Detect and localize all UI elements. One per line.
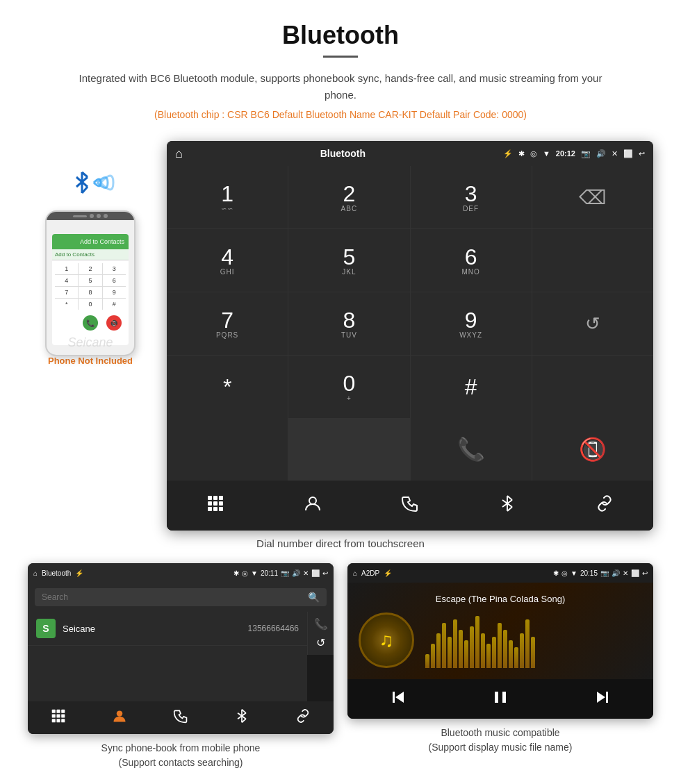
status-time: 20:12 bbox=[556, 149, 575, 158]
pb-contact-avatar: S bbox=[36, 619, 56, 638]
dial-call-green-btn[interactable]: 📞 bbox=[411, 418, 532, 481]
toolbar-dialpad-btn[interactable] bbox=[197, 489, 234, 522]
svg-rect-2 bbox=[213, 496, 218, 500]
pb-contact-number: 13566664466 bbox=[248, 624, 299, 633]
home-icon[interactable]: ⌂ bbox=[175, 147, 183, 161]
dial-key-hash[interactable]: # bbox=[411, 356, 532, 418]
pb-x-icon[interactable]: ✕ bbox=[303, 569, 309, 577]
window-icon[interactable]: ⬜ bbox=[623, 149, 633, 158]
pb-toolbar-phone-btn[interactable] bbox=[173, 708, 188, 727]
camera-icon[interactable]: 📷 bbox=[581, 149, 591, 158]
toolbar-bluetooth-btn[interactable] bbox=[489, 489, 526, 522]
dial-key-6[interactable]: 6 MNO bbox=[411, 229, 532, 292]
dial-key-1[interactable]: 1 ∽∽ bbox=[167, 166, 288, 228]
pb-status-bar: ⌂ Bluetooth ⚡ ✱ ◎ ▼ 20:11 📷 🔊 ✕ ⬜ ↩ bbox=[28, 563, 334, 583]
music-loc-icon: ◎ bbox=[561, 569, 568, 577]
bluetooth-specs: (Bluetooth chip : CSR BC6 Default Blueto… bbox=[14, 109, 667, 120]
music-bar bbox=[509, 640, 513, 668]
dial-empty-call-1 bbox=[167, 418, 288, 481]
pb-home-icon[interactable]: ⌂ bbox=[33, 569, 38, 577]
music-cam-icon[interactable]: 📷 bbox=[600, 569, 609, 577]
music-play-pause-btn[interactable] bbox=[491, 687, 510, 710]
svg-marker-27 bbox=[597, 692, 605, 703]
music-bar bbox=[464, 640, 468, 668]
pb-win-icon[interactable]: ⬜ bbox=[311, 569, 320, 577]
music-next-btn[interactable] bbox=[593, 687, 612, 710]
music-bar bbox=[531, 637, 535, 668]
signal-icon: ▼ bbox=[543, 149, 550, 158]
dial-key-backspace[interactable]: ⌫ bbox=[532, 166, 653, 228]
music-bar bbox=[442, 623, 446, 668]
pb-right-phone-icon[interactable]: 📞 bbox=[314, 617, 328, 631]
pb-status-right: ✱ ◎ ▼ 20:11 📷 🔊 ✕ ⬜ ↩ bbox=[233, 569, 328, 577]
phone-screen-bar-label: Add to Contacts bbox=[80, 238, 124, 245]
music-vol-icon[interactable]: 🔊 bbox=[612, 569, 620, 577]
svg-rect-24 bbox=[393, 692, 395, 703]
dial-key-7[interactable]: 7 PQRS bbox=[167, 292, 288, 355]
close-icon[interactable]: ✕ bbox=[612, 149, 618, 158]
music-bt-icon: ✱ bbox=[553, 569, 559, 577]
music-prev-btn[interactable] bbox=[388, 687, 408, 710]
volume-icon[interactable]: 🔊 bbox=[596, 149, 606, 158]
pb-contact-row[interactable]: S Seicane 13566664466 bbox=[28, 612, 307, 646]
page-title: Bluetooth bbox=[14, 21, 667, 50]
pb-contact-name: Seicane bbox=[63, 624, 248, 634]
music-title-label: A2DP bbox=[361, 569, 379, 577]
page-description: Integrated with BC6 Bluetooth module, su… bbox=[76, 70, 605, 103]
toolbar-contacts-btn[interactable] bbox=[294, 489, 331, 522]
dial-key-0[interactable]: 0 + bbox=[288, 356, 409, 418]
music-bar bbox=[459, 630, 463, 668]
music-x-icon[interactable]: ✕ bbox=[623, 569, 628, 577]
dial-key-8[interactable]: 8 TUV bbox=[288, 292, 409, 355]
bottom-screens: ⌂ Bluetooth ⚡ ✱ ◎ ▼ 20:11 📷 🔊 ✕ ⬜ ↩ bbox=[0, 563, 681, 770]
status-left: ⌂ bbox=[175, 147, 183, 161]
pb-toolbar-bluetooth-btn[interactable] bbox=[234, 708, 249, 727]
pb-back-icon[interactable]: ↩ bbox=[322, 569, 328, 577]
pb-right-reload-icon[interactable]: ↺ bbox=[316, 636, 325, 649]
music-bar bbox=[520, 633, 524, 668]
pb-search-input[interactable] bbox=[42, 592, 308, 602]
phone-dial-grid: 1 2 3 4 5 6 7 8 9 * 0 # bbox=[55, 263, 126, 310]
pb-toolbar-person-btn[interactable] bbox=[112, 708, 127, 727]
music-bar bbox=[514, 647, 518, 668]
phone-screen: Add to Contacts Add to Contacts 1 2 3 4 … bbox=[52, 234, 129, 345]
phonebook-caption-line2: (Support contacts searching) bbox=[119, 757, 243, 768]
back-icon[interactable]: ↩ bbox=[639, 149, 645, 158]
pb-right-icons: 📞 ↺ bbox=[307, 612, 334, 655]
dial-key-5[interactable]: 5 JKL bbox=[288, 229, 409, 292]
pb-cam-icon[interactable]: 📷 bbox=[281, 569, 289, 577]
page-header: Bluetooth Integrated with BC6 Bluetooth … bbox=[0, 0, 681, 141]
music-note-icon: ♫ bbox=[379, 629, 394, 651]
pb-status-left: ⌂ Bluetooth ⚡ bbox=[33, 569, 83, 577]
pb-list-area: S Seicane 13566664466 bbox=[28, 612, 307, 701]
pb-vol-icon[interactable]: 🔊 bbox=[292, 569, 300, 577]
pb-toolbar-link-btn[interactable] bbox=[295, 708, 311, 727]
music-caption-line1: Bluetooth music compatible bbox=[441, 727, 559, 738]
location-icon: ◎ bbox=[530, 149, 537, 158]
pb-bt-icon: ✱ bbox=[233, 569, 239, 577]
toolbar-phone-btn[interactable] bbox=[391, 489, 429, 522]
dial-key-2[interactable]: 2 ABC bbox=[288, 166, 409, 228]
toolbar-link-btn[interactable] bbox=[586, 489, 623, 522]
svg-rect-25 bbox=[495, 692, 498, 703]
dial-key-9[interactable]: 9 WXYZ bbox=[411, 292, 532, 355]
music-usb-icon: ⚡ bbox=[384, 569, 392, 577]
music-album-art: ♫ bbox=[359, 612, 414, 668]
music-home-icon[interactable]: ⌂ bbox=[353, 569, 357, 577]
music-back-icon[interactable]: ↩ bbox=[642, 569, 648, 577]
dial-caption: Dial number direct from touchscreen bbox=[0, 537, 681, 549]
music-caption-line2: (Support display music file name) bbox=[429, 742, 573, 753]
music-content: ♫ bbox=[359, 612, 642, 668]
music-card: ⌂ A2DP ⚡ ✱ ◎ ▼ 20:15 📷 🔊 ✕ ⬜ ↩ E bbox=[347, 563, 653, 770]
music-win-icon[interactable]: ⬜ bbox=[631, 569, 639, 577]
dial-key-3[interactable]: 3 DEF bbox=[411, 166, 532, 228]
music-caption: Bluetooth music compatible (Support disp… bbox=[429, 726, 573, 755]
dial-key-reload[interactable]: ↺ bbox=[532, 292, 653, 355]
phonebook-caption-line1: Sync phone-book from mobile phone bbox=[101, 742, 261, 753]
dial-call-red-btn[interactable]: 📵 bbox=[532, 418, 653, 481]
dial-key-star[interactable]: * bbox=[167, 356, 288, 418]
dial-key-4[interactable]: 4 GHI bbox=[167, 229, 288, 292]
pb-toolbar-dialpad-btn[interactable] bbox=[51, 708, 66, 727]
music-bar bbox=[470, 626, 474, 668]
status-right: ⚡ ✱ ◎ ▼ 20:12 📷 🔊 ✕ ⬜ ↩ bbox=[503, 149, 645, 158]
